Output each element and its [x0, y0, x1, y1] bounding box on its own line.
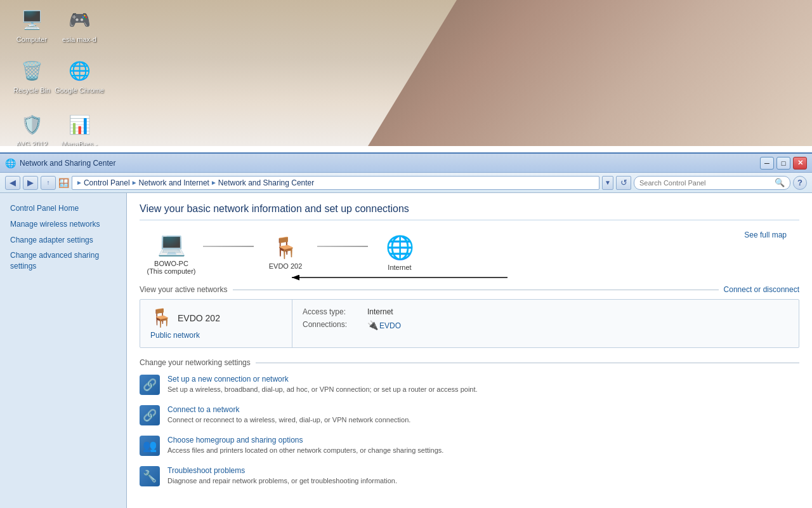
sidebar-item-manage-wireless[interactable]: Manage wireless networks	[0, 217, 126, 232]
access-type-label: Access type:	[303, 307, 360, 316]
connect-to-network-icon: 🔗	[140, 405, 160, 425]
action-item-connect-to-network: 🔗 Connect to a network Connect or reconn…	[140, 405, 799, 425]
content-area: View your basic network information and …	[127, 193, 812, 508]
refresh-button[interactable]: ↺	[616, 176, 631, 190]
desktop-icon-esia-max-d[interactable]: 🎮 esia max-d	[54, 6, 105, 44]
computer-icon: 💻	[157, 231, 186, 257]
manabars-label: ManaBars -	[62, 140, 98, 146]
breadcrumb-network-internet[interactable]: Network and Internet	[139, 178, 209, 187]
breadcrumb-arrow-3: ►	[211, 179, 217, 186]
troubleshoot-content: Troubleshoot problems Diagnose and repai…	[167, 466, 799, 486]
troubleshoot-desc: Diagnose and repair network problems, or…	[167, 477, 397, 485]
control-panel-window: 🌐 Network and Sharing Center ─ □ ✕ ◀ ▶ ↑…	[0, 152, 812, 508]
network-line-1	[203, 246, 254, 247]
window-title-icon: 🌐	[5, 158, 16, 168]
maximize-button[interactable]: □	[776, 157, 790, 170]
connections-value[interactable]: 🔌EVDO	[367, 320, 401, 330]
titlebar: 🌐 Network and Sharing Center ─ □ ✕	[0, 154, 812, 173]
google-chrome-label: Google Chrome	[55, 86, 104, 95]
router-label: EVDO 202	[269, 262, 303, 270]
desktop-icon-manabars[interactable]: 📊 ManaBars -	[54, 111, 105, 146]
computer-label: BOWO-PC(This computer)	[147, 260, 195, 275]
search-input[interactable]	[639, 179, 772, 187]
sidebar: Control Panel HomeManage wireless networ…	[0, 193, 127, 508]
network-name: EVDO 202	[178, 313, 220, 323]
active-networks-label: View your active networks	[140, 285, 228, 294]
active-networks-header: View your active networks Connect or dis…	[140, 285, 799, 294]
setup-new-connection-content: Set up a new connection or network Set u…	[167, 375, 799, 394]
networking-settings-header: Change your networking settings	[140, 358, 799, 367]
desktop-wallpaper-figure	[368, 0, 812, 146]
troubleshoot-link[interactable]: Troubleshoot problems	[167, 466, 799, 475]
setup-new-connection-icon: 🔗	[140, 375, 160, 395]
minimize-button[interactable]: ─	[760, 157, 774, 170]
setup-new-connection-desc: Set up a wireless, broadband, dial-up, a…	[167, 385, 478, 393]
page-title: View your basic network information and …	[140, 203, 799, 220]
recycle-bin-icon: 🗑️	[18, 57, 45, 84]
action-item-setup-new-connection: 🔗 Set up a new connection or network Set…	[140, 375, 799, 395]
desktop-icon-avg-2012[interactable]: 🛡️ AVG 2012	[6, 111, 57, 146]
breadcrumb-start-icon: 🪟	[58, 178, 69, 188]
networking-settings-divider	[256, 363, 799, 363]
back-button[interactable]: ◀	[5, 176, 20, 190]
manabars-icon: 📊	[66, 111, 93, 138]
network-node-computer: 💻 BOWO-PC(This computer)	[140, 231, 203, 275]
help-button[interactable]: ?	[793, 176, 807, 190]
desktop-icon-google-chrome[interactable]: 🌐 Google Chrome	[54, 57, 105, 95]
main-layout: Control Panel HomeManage wireless networ…	[0, 193, 812, 508]
google-chrome-icon: 🌐	[66, 57, 93, 84]
connect-to-network-desc: Connect or reconnect to a wireless, wire…	[167, 416, 410, 424]
networking-settings-label: Change your networking settings	[140, 358, 251, 367]
see-full-map-link[interactable]: See full map	[744, 231, 787, 239]
desktop: 🖥️ Computer 🎮 esia max-d 🗑️ Recycle Bin …	[0, 0, 812, 146]
connections-row: Connections: 🔌EVDO	[303, 320, 401, 330]
choose-homegroup-content: Choose homegroup and sharing options Acc…	[167, 436, 799, 455]
network-card-left: 🪑 EVDO 202 Public network	[140, 300, 292, 347]
forward-button[interactable]: ▶	[23, 176, 38, 190]
action-item-choose-homegroup: 👥 Choose homegroup and sharing options A…	[140, 436, 799, 456]
computer-icon: 🖥️	[18, 6, 45, 33]
breadcrumb-control-panel[interactable]: Control Panel	[84, 178, 130, 187]
connect-to-network-link[interactable]: Connect to a network	[167, 405, 799, 414]
search-icon[interactable]: 🔍	[775, 178, 785, 187]
connect-to-network-content: Connect to a network Connect or reconnec…	[167, 405, 799, 425]
breadcrumb-arrow-2: ►	[131, 179, 138, 186]
breadcrumb-network-sharing[interactable]: Network and Sharing Center	[218, 178, 314, 187]
desktop-icon-recycle-bin[interactable]: 🗑️ Recycle Bin	[6, 57, 57, 95]
connections-label: Connections:	[303, 320, 360, 330]
internet-label: Internet	[388, 264, 411, 271]
sidebar-item-control-panel-home[interactable]: Control Panel Home	[0, 201, 126, 217]
choose-homegroup-icon: 👥	[140, 436, 160, 456]
search-bar: 🔍	[634, 176, 790, 190]
choose-homegroup-link[interactable]: Choose homegroup and sharing options	[167, 436, 799, 444]
network-name-row: 🪑 EVDO 202	[150, 307, 220, 328]
sidebar-items: Control Panel HomeManage wireless networ…	[0, 201, 126, 274]
choose-homegroup-desc: Access files and printers located on oth…	[167, 446, 443, 454]
setup-new-connection-link[interactable]: Set up a new connection or network	[167, 375, 799, 384]
network-card-right: Access type: Internet Connections: 🔌EVDO	[292, 300, 411, 347]
up-button[interactable]: ↑	[41, 176, 56, 190]
action-item-troubleshoot: 🔧 Troubleshoot problems Diagnose and rep…	[140, 466, 799, 486]
usb-icon: 🔌	[367, 320, 378, 330]
network-node-router: 🪑 EVDO 202	[254, 236, 317, 270]
actions-list: 🔗 Set up a new connection or network Set…	[140, 375, 799, 486]
avg-2012-icon: 🛡️	[18, 111, 45, 138]
titlebar-controls: ─ □ ✕	[760, 157, 807, 170]
sidebar-item-change-advanced[interactable]: Change advanced sharing settings	[0, 248, 126, 274]
access-type-value: Internet	[367, 307, 393, 316]
breadcrumb-dropdown-button[interactable]: ▼	[602, 176, 613, 190]
esia-max-d-icon: 🎮	[66, 6, 93, 33]
active-networks-divider	[233, 290, 719, 290]
esia-max-d-label: esia max-d	[62, 36, 96, 44]
connect-disconnect-link[interactable]: Connect or disconnect	[724, 285, 799, 294]
network-line-2	[317, 246, 368, 247]
sidebar-item-change-adapter[interactable]: Change adapter settings	[0, 232, 126, 248]
desktop-icon-computer[interactable]: 🖥️ Computer	[6, 6, 57, 44]
avg-2012-label: AVG 2012	[16, 140, 48, 146]
network-type-link[interactable]: Public network	[150, 331, 200, 340]
troubleshoot-icon: 🔧	[140, 466, 160, 486]
recycle-bin-label: Recycle Bin	[13, 86, 50, 95]
router-icon: 🪑	[273, 236, 298, 260]
close-button[interactable]: ✕	[793, 157, 807, 170]
network-card: 🪑 EVDO 202 Public network Access type: I…	[140, 299, 799, 348]
